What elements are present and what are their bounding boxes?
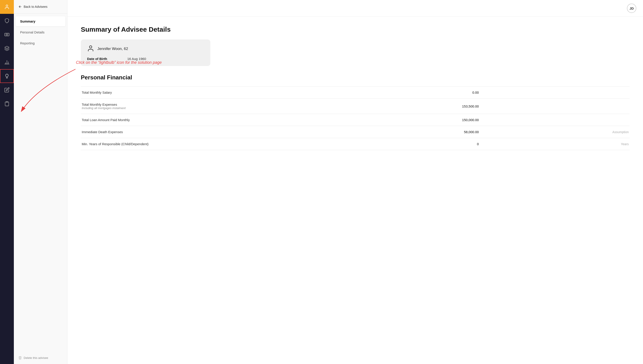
user-avatar[interactable]: JD (627, 4, 636, 13)
main-area: JD Summary of Advisee Details Jennifer W… (67, 0, 643, 364)
sidebar: Back to Advisees Summary Personal Detail… (14, 0, 67, 364)
chart-bar-icon-btn[interactable] (0, 55, 14, 69)
row-label: Immediate Death Expenses (81, 126, 355, 138)
back-label: Back to Advisees (24, 5, 48, 8)
svg-rect-8 (6, 102, 8, 102)
topbar: JD (67, 0, 643, 17)
sidebar-nav: Summary Personal Details Reporting (14, 14, 67, 51)
lightbulb-icon (4, 74, 10, 79)
svg-point-10 (90, 46, 92, 48)
advisee-dob-row: Date of Birth 16 Aug 1960 (87, 57, 204, 61)
cash-icon-btn[interactable] (0, 28, 14, 42)
icon-bar (0, 0, 14, 364)
clipboard-icon-btn[interactable] (0, 97, 14, 111)
row-value: 0 (355, 138, 480, 150)
layers-icon (4, 46, 10, 51)
advisee-person-icon (87, 45, 94, 53)
advisee-name-row: Jennifer Woon, 62 (87, 45, 204, 53)
row-value: 153,500.00 (355, 98, 480, 114)
back-to-advisees-link[interactable]: Back to Advisees (14, 0, 67, 14)
row-note (480, 86, 629, 98)
arrow-left-icon (18, 5, 22, 8)
delete-advisee-label: Delete this advisee (24, 356, 48, 360)
table-row: Min. Years of Responsible (Child/Depende… (81, 138, 629, 150)
advisee-name: Jennifer Woon, 62 (97, 46, 128, 51)
shield-icon (4, 18, 10, 24)
sidebar-nav-reporting[interactable]: Reporting (16, 38, 65, 48)
cash-icon (4, 32, 10, 37)
layers-icon-btn[interactable] (0, 42, 14, 55)
edit-icon (4, 87, 10, 92)
shield-icon-btn[interactable] (0, 14, 14, 28)
row-label: Total Loan Amount Paid Monthly (81, 114, 355, 126)
edit-icon-btn[interactable] (0, 83, 14, 97)
row-value: 0.00 (355, 86, 480, 98)
dob-label: Date of Birth (87, 57, 127, 61)
clipboard-icon (4, 101, 10, 106)
person-icon-btn[interactable] (0, 0, 14, 14)
row-note: Assumption (480, 126, 629, 138)
dob-value: 16 Aug 1960 (127, 57, 146, 61)
svg-marker-3 (5, 46, 9, 48)
svg-point-2 (6, 34, 8, 35)
row-label: Min. Years of Responsible (Child/Depende… (81, 138, 355, 150)
row-label: Total Monthly Expenses Including all mor… (81, 98, 355, 114)
lightbulb-icon-btn[interactable] (0, 69, 14, 83)
row-note (480, 98, 629, 114)
svg-point-0 (6, 5, 8, 7)
row-value: 150,000.00 (355, 114, 480, 126)
table-row: Immediate Death Expenses 58,000.00 Assum… (81, 126, 629, 138)
row-value: 58,000.00 (355, 126, 480, 138)
sidebar-nav-personal-details[interactable]: Personal Details (16, 27, 65, 37)
financial-table: Total Monthly Salary 0.00 Total Monthly … (81, 86, 629, 150)
advisee-card: Jennifer Woon, 62 Date of Birth 16 Aug 1… (81, 40, 210, 66)
row-note (480, 114, 629, 126)
person-icon (4, 4, 10, 10)
table-row: Total Monthly Salary 0.00 (81, 86, 629, 98)
trash-icon (18, 356, 22, 360)
chart-bar-icon (4, 60, 10, 65)
content-area: Summary of Advisee Details Jennifer Woon… (67, 17, 643, 364)
delete-advisee-button[interactable]: Delete this advisee (14, 352, 67, 364)
sidebar-nav-summary[interactable]: Summary (16, 16, 65, 26)
table-row: Total Monthly Expenses Including all mor… (81, 98, 629, 114)
table-row: Total Loan Amount Paid Monthly 150,000.0… (81, 114, 629, 126)
svg-rect-1 (5, 33, 9, 36)
page-title: Summary of Advisee Details (81, 26, 629, 33)
personal-financial-title: Personal Financial (81, 74, 629, 81)
row-note: Years (480, 138, 629, 150)
row-label: Total Monthly Salary (81, 86, 355, 98)
